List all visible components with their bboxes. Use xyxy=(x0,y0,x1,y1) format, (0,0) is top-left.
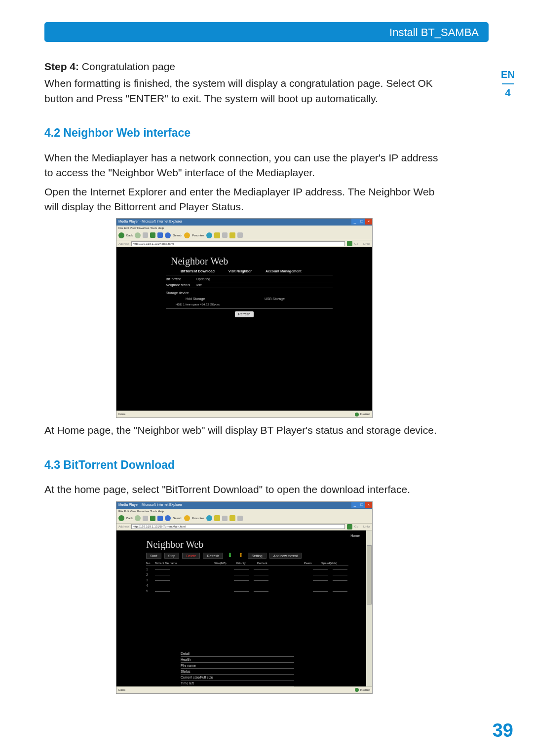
hdd-label: Hdd Storage xyxy=(186,297,205,301)
edit-icon[interactable] xyxy=(237,232,243,238)
mail-icon-2[interactable] xyxy=(222,516,228,521)
row-bittorrent: BitTorrent Updating xyxy=(166,277,210,282)
favorites-label-2[interactable]: Favorites xyxy=(192,516,204,521)
links-label[interactable]: Links xyxy=(363,242,370,246)
screenshot-neighbor-home: Media Player - Microsoft Internet Explor… xyxy=(116,218,373,418)
side-tab-divider xyxy=(502,83,514,84)
back-label[interactable]: Back xyxy=(126,233,133,238)
print-icon-2[interactable] xyxy=(229,515,235,521)
ie-titlebar-2: Media Player - Microsoft Internet Explor… xyxy=(116,502,372,509)
favorites-icon-2[interactable] xyxy=(184,515,190,521)
back-icon-2[interactable] xyxy=(118,515,124,521)
torrent-detail-panel: Detail Health File name Status Current s… xyxy=(181,651,294,686)
tab-account-mgmt[interactable]: Account Management xyxy=(266,269,302,274)
detail-row: Health xyxy=(181,657,294,663)
close-button[interactable]: × xyxy=(365,219,372,225)
table-row[interactable]: 3 xyxy=(146,578,360,583)
tab-visit-neighbor[interactable]: Visit Neighbor xyxy=(228,269,252,274)
home-icon-2[interactable] xyxy=(157,516,163,521)
edit-icon-2[interactable] xyxy=(237,516,243,521)
detail-row: Time left xyxy=(181,680,294,686)
address-input-2[interactable]: http://192.168.1.101/BitTorrentMain.html xyxy=(131,524,345,529)
address-input[interactable]: http://192.168.1.101/home.html xyxy=(131,241,345,246)
stop-icon[interactable] xyxy=(143,232,148,238)
tab-bt-download[interactable]: BitTorrent Download xyxy=(181,269,215,274)
table-row[interactable]: 5 xyxy=(146,589,360,594)
ie-toolbar: Back Search Favorites xyxy=(116,230,372,240)
ie-window-controls-2: _ □ × xyxy=(351,502,372,508)
bt-value: Updating xyxy=(196,277,210,281)
ie-window-title: Media Player - Microsoft Internet Explor… xyxy=(118,219,182,224)
minimize-button[interactable]: _ xyxy=(351,219,358,225)
ie-statusbar-2: Done Internet xyxy=(116,686,372,693)
move-down-icon[interactable]: ⬇ xyxy=(226,552,234,559)
forward-icon[interactable] xyxy=(135,232,141,238)
th-no: No. xyxy=(146,561,155,567)
print-icon[interactable] xyxy=(229,232,235,238)
move-up-icon[interactable]: ⬆ xyxy=(237,552,245,559)
ie-menubar[interactable]: File Edit View Favorites Tools Help xyxy=(116,226,372,230)
go-label-2[interactable]: Go xyxy=(354,525,358,529)
table-row[interactable]: 4 xyxy=(146,583,360,589)
scrollbar-thumb[interactable] xyxy=(367,545,372,605)
bt-label: BitTorrent xyxy=(166,277,195,282)
media-icon[interactable] xyxy=(206,232,212,238)
detail-row: Status xyxy=(181,669,294,675)
minimize-button-2[interactable]: _ xyxy=(351,502,358,508)
detail-row: Current size/Full size xyxy=(181,675,294,680)
ie-addressbar: Address http://192.168.1.101/home.html G… xyxy=(116,240,372,247)
refresh-button[interactable]: Refresh xyxy=(235,311,254,317)
bittorrent-page: Home Neighbor Web Start Stop Delete Refr… xyxy=(116,530,372,686)
go-button-2[interactable] xyxy=(347,524,352,529)
setting-button[interactable]: Setting xyxy=(248,553,266,559)
step4-label: Step 4: xyxy=(44,61,79,72)
search-icon[interactable] xyxy=(165,232,171,238)
home-link[interactable]: Home xyxy=(350,533,360,538)
th-priority: Priority xyxy=(236,561,257,567)
add-torrent-button[interactable]: Add new torrent xyxy=(269,553,302,559)
back-icon[interactable] xyxy=(118,232,124,238)
status-zone: Internet xyxy=(355,412,370,416)
go-label[interactable]: Go xyxy=(354,242,358,246)
stop-button[interactable]: Stop xyxy=(164,553,179,559)
page-number: 39 xyxy=(493,720,513,741)
scrollbar[interactable] xyxy=(366,530,372,686)
go-button[interactable] xyxy=(347,241,352,246)
search-icon-2[interactable] xyxy=(165,515,171,521)
detail-row: File name xyxy=(181,663,294,669)
start-button[interactable]: Start xyxy=(146,553,161,559)
table-row[interactable]: 1 xyxy=(146,567,360,572)
row-neighbor-status: Neighbor status Idle xyxy=(166,283,202,288)
delete-button[interactable]: Delete xyxy=(182,553,200,559)
list-refresh-button[interactable]: Refresh xyxy=(203,553,223,559)
maximize-button-2[interactable]: □ xyxy=(358,502,365,508)
refresh-icon[interactable] xyxy=(150,232,155,238)
table-row[interactable]: 2 xyxy=(146,572,360,578)
torrent-table-head: No. Torrent file name Size(MB) Priority … xyxy=(146,561,360,567)
favorites-icon[interactable] xyxy=(184,232,190,238)
favorites-label[interactable]: Favorites xyxy=(192,233,204,238)
section-4-2-p1: When the Mediaplayer has a network conne… xyxy=(44,151,444,181)
home-icon[interactable] xyxy=(157,232,163,238)
torrent-toolbar: Start Stop Delete Refresh ⬇ ⬆ Setting Ad… xyxy=(146,552,302,559)
neighbor-web-logo-2: Neighbor Web xyxy=(146,537,203,552)
maximize-button[interactable]: □ xyxy=(358,219,365,225)
mail-icon[interactable] xyxy=(222,232,228,238)
screenshot-bittorrent-download: Media Player - Microsoft Internet Explor… xyxy=(116,501,373,694)
refresh-icon-2[interactable] xyxy=(150,516,155,521)
media-icon-2[interactable] xyxy=(206,515,212,521)
folder-icon[interactable] xyxy=(214,232,220,238)
folder-icon-2[interactable] xyxy=(214,515,220,521)
section-4-3-heading: 4.3 BitTorrent Download xyxy=(44,457,444,473)
forward-icon-2[interactable] xyxy=(135,515,141,521)
th-size: Size(MB) xyxy=(214,561,236,567)
links-label-2[interactable]: Links xyxy=(363,525,370,529)
close-button-2[interactable]: × xyxy=(365,502,372,508)
search-label[interactable]: Search xyxy=(173,233,182,238)
ie-menubar-2[interactable]: File Edit View Favorites Tools Help xyxy=(116,509,372,514)
th-speed: Speed(kb/s) xyxy=(321,561,348,567)
torrent-rows: 1 2 3 4 5 xyxy=(146,567,360,594)
search-label-2[interactable]: Search xyxy=(173,516,182,521)
back-label-2[interactable]: Back xyxy=(126,516,133,521)
stop-icon-2[interactable] xyxy=(143,516,148,521)
